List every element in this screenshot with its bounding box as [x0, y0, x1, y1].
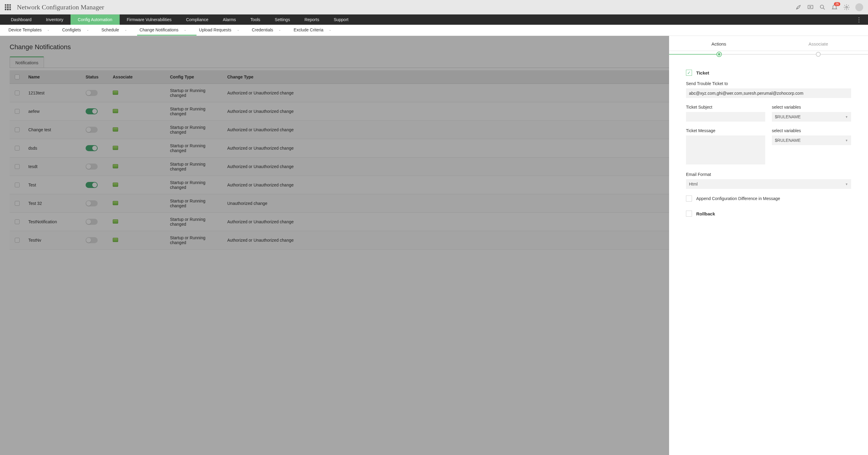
panel-tab-associate[interactable]: Associate [769, 36, 868, 51]
sub-nav-configlets[interactable]: Configlets⌄ [60, 25, 99, 36]
notification-badge: 26 [834, 2, 840, 6]
subject-input[interactable] [686, 112, 765, 122]
main-nav-firmware-vulnerabilities[interactable]: Firmware Vulnerabilities [120, 15, 179, 25]
message-vars-select[interactable]: $RULENAME▼ [772, 136, 851, 145]
panel-tab-actions[interactable]: Actions [669, 36, 769, 51]
main-nav-reports[interactable]: Reports [297, 15, 327, 25]
main-nav-compliance[interactable]: Compliance [179, 15, 216, 25]
subject-label: Ticket Subject [686, 105, 765, 110]
side-panel: ActionsAssociate ✓ Ticket Send Trouble T… [669, 36, 868, 455]
sub-nav-schedule[interactable]: Schedule⌄ [99, 25, 137, 36]
presentation-icon[interactable] [807, 4, 814, 10]
bell-icon[interactable]: 26 [831, 4, 838, 10]
message-vars-label: select variables [772, 128, 851, 133]
sub-nav-credentials[interactable]: Credentials⌄ [250, 25, 291, 36]
main-nav-alarms[interactable]: Alarms [216, 15, 243, 25]
main-nav-settings[interactable]: Settings [268, 15, 298, 25]
send-to-label: Send Trouble Ticket to [686, 81, 851, 86]
subject-vars-select[interactable]: $RULENAME▼ [772, 112, 851, 122]
main-nav-dashboard[interactable]: Dashboard [4, 15, 39, 25]
append-diff-checkbox[interactable]: ✓ [686, 196, 692, 202]
email-format-label: Email Format [686, 172, 851, 177]
chevron-down-icon: ⌄ [237, 28, 239, 31]
gear-icon[interactable] [843, 4, 850, 10]
step-2-dot[interactable] [816, 52, 821, 57]
chevron-down-icon: ⌄ [87, 28, 89, 31]
app-title: Network Configuration Manager [17, 3, 104, 11]
chevron-down-icon: ⌄ [124, 28, 127, 31]
sub-nav-device-templates[interactable]: Device Templates⌄ [6, 25, 60, 36]
chevron-down-icon: ⌄ [278, 28, 281, 31]
sub-nav-change-notifications[interactable]: Change Notifications⌄ [137, 25, 196, 36]
rollback-section-title: Rollback [696, 211, 715, 216]
ticket-section-checkbox[interactable]: ✓ [686, 70, 692, 76]
rollback-section-checkbox[interactable]: ✓ [686, 210, 692, 217]
email-format-select[interactable]: Html▼ [686, 179, 851, 189]
chevron-down-icon: ⌄ [47, 28, 50, 31]
main-nav-more-icon[interactable]: ⋮ [854, 15, 864, 25]
message-textarea[interactable] [686, 136, 765, 165]
sub-nav-exclude-criteria[interactable]: Exclude Criteria⌄ [291, 25, 341, 36]
step-1-dot[interactable] [716, 52, 722, 57]
main-nav-config-automation[interactable]: Config Automation [70, 15, 119, 25]
subject-vars-label: select variables [772, 105, 851, 110]
search-icon[interactable] [819, 4, 826, 10]
main-nav-inventory[interactable]: Inventory [39, 15, 71, 25]
main-nav-support[interactable]: Support [327, 15, 355, 25]
ticket-section-title: Ticket [696, 70, 709, 76]
svg-point-2 [846, 6, 847, 8]
avatar[interactable] [855, 3, 863, 11]
append-diff-label: Append Configuration Difference in Messa… [696, 196, 780, 201]
main-nav-tools[interactable]: Tools [243, 15, 268, 25]
message-label: Ticket Message [686, 128, 765, 133]
send-to-input[interactable] [686, 88, 851, 98]
chevron-down-icon: ⌄ [329, 28, 331, 31]
svg-point-1 [820, 5, 824, 8]
chevron-down-icon: ⌄ [184, 28, 186, 31]
apps-menu-icon[interactable] [5, 4, 11, 10]
rocket-icon[interactable] [795, 4, 802, 10]
sub-nav-upload-requests[interactable]: Upload Requests⌄ [196, 25, 249, 36]
